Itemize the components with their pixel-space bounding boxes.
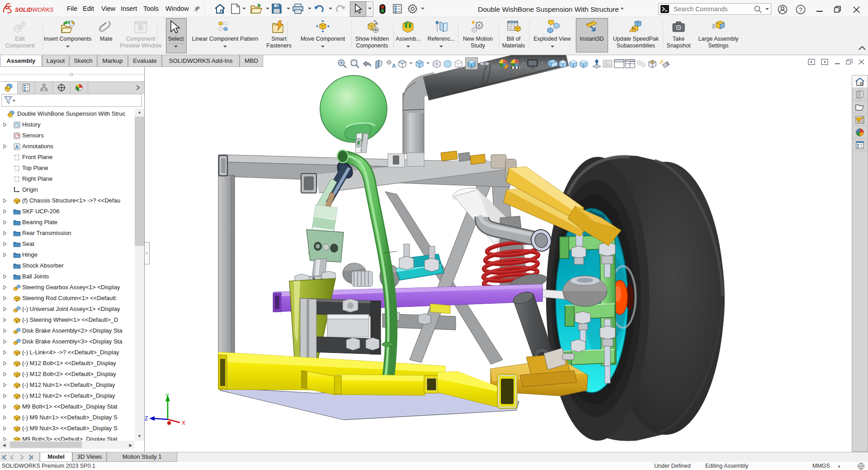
svg-text:Y: Y xyxy=(165,393,169,399)
svg-text:Z: Z xyxy=(145,415,148,422)
svg-text:?: ? xyxy=(799,6,802,13)
svg-text:SOLIDWORKS: SOLIDWORKS xyxy=(15,7,54,13)
svg-text:A: A xyxy=(392,63,396,69)
svg-text:X: X xyxy=(182,420,185,426)
